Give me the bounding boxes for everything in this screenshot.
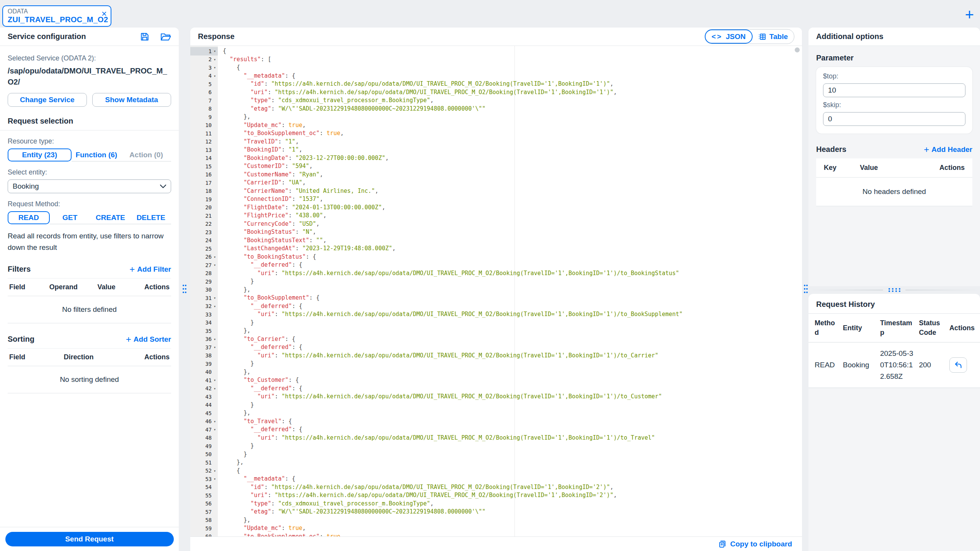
code-line: "to_Customer": { (223, 376, 802, 385)
show-metadata-button[interactable]: Show Metadata (92, 93, 172, 107)
tab-function[interactable]: Function (6) (72, 148, 121, 161)
scrollbar-thumb[interactable] (795, 47, 800, 52)
add-header-label: Add Header (931, 145, 972, 154)
add-tab-button[interactable]: + (965, 7, 974, 22)
code-line: "uri": "https://a4h.kernich.de/sap/opu/o… (223, 269, 802, 278)
gutter-line-number: 10 (190, 121, 218, 130)
fold-toggle-icon[interactable]: ▾ (212, 304, 218, 308)
gutter-line-number: 18 (190, 187, 218, 196)
code-line: } (223, 442, 802, 450)
code-line: "CarrierName": "United Airlines, Inc.", (223, 187, 802, 196)
code-line: "LastChangedAt": "2023-12-29T19:48:08.00… (223, 245, 802, 253)
code-line: "CarrierID": "UA", (223, 179, 802, 187)
gutter-line-number: 49 (190, 442, 218, 450)
history-col-actions: Actions (947, 314, 980, 342)
add-filter-button[interactable]: + Add Filter (129, 265, 171, 274)
fold-toggle-icon[interactable]: ▾ (212, 386, 218, 391)
top-input[interactable] (823, 83, 965, 97)
add-header-button[interactable]: + Add Header (924, 145, 972, 154)
fold-toggle-icon[interactable]: ▾ (212, 337, 218, 341)
gutter-line-number: 34 (190, 319, 218, 327)
save-icon[interactable] (140, 32, 150, 42)
gutter-line-number: 19 (190, 195, 218, 204)
gutter-line-number: 35 (190, 327, 218, 335)
gutter-line-number: 56 (190, 500, 218, 508)
history-timestamp: 2025-05-30T10:56:12.658Z (878, 342, 917, 388)
gutter-line-number: 26▾ (190, 253, 218, 261)
gutter-line-number: 43 (190, 393, 218, 401)
fold-toggle-icon[interactable]: ▾ (212, 469, 218, 473)
fold-toggle-icon[interactable]: ▾ (212, 65, 218, 70)
add-filter-label: Add Filter (137, 265, 171, 274)
entity-select[interactable]: Booking (8, 179, 171, 193)
gutter-line-number: 5 (190, 80, 218, 88)
code-line: "to_BookSupplement": { (223, 294, 802, 302)
gutter-line-number: 3▾ (190, 64, 218, 72)
code-line: "TravelID": "1", (223, 138, 802, 146)
left-panel-resize-handle[interactable] (182, 284, 187, 295)
open-folder-icon[interactable] (160, 32, 171, 41)
code-line: } (223, 450, 802, 459)
plus-icon: + (129, 266, 135, 273)
fold-toggle-icon[interactable]: ▾ (212, 255, 218, 259)
gutter-line-number: 31▾ (190, 294, 218, 302)
close-tab-icon[interactable]: × (101, 10, 107, 18)
fold-toggle-icon[interactable]: ▾ (212, 378, 218, 382)
tab-entity[interactable]: Entity (23) (8, 148, 72, 161)
gutter-line-number: 57 (190, 508, 218, 516)
fold-toggle-icon[interactable]: ▾ (212, 263, 218, 267)
copy-to-clipboard-button[interactable]: Copy to clipboard (718, 540, 792, 549)
gutter-line-number: 46▾ (190, 417, 218, 426)
change-service-button[interactable]: Change Service (8, 93, 87, 107)
service-tab[interactable]: ODATA ZUI_TRAVEL_PROC_M_O2 × (2, 5, 111, 27)
code-line: } (223, 277, 802, 286)
select-entity-label: Select entity: (8, 168, 171, 176)
gutter-line-number: 41▾ (190, 376, 218, 385)
gutter-line-number: 12 (190, 138, 218, 146)
method-read[interactable]: READ (8, 211, 50, 224)
fold-toggle-icon[interactable]: ▾ (212, 57, 218, 62)
add-sorter-button[interactable]: + Add Sorter (126, 335, 171, 344)
method-delete[interactable]: DELETE (131, 211, 171, 224)
service-configuration-title: Service configuration (8, 32, 86, 41)
filters-title: Filters (8, 265, 31, 274)
code-line: "type": "cds_xdmoxui_travel_processor_m.… (223, 500, 802, 508)
code-line: "BookingStatusText": "", (223, 236, 802, 245)
fold-toggle-icon[interactable]: ▾ (212, 74, 218, 78)
right-panel-resize-handle[interactable] (808, 287, 980, 293)
add-sorter-label: Add Sorter (134, 335, 171, 344)
filters-empty-message: No filters defined (8, 296, 171, 323)
code-line: "CustomerID": "594", (223, 162, 802, 171)
fold-toggle-icon[interactable]: ▾ (212, 427, 218, 432)
fold-toggle-icon[interactable]: ▾ (212, 345, 218, 349)
response-editor[interactable]: 1▾2▾3▾4▾56789101112131415161718192021222… (190, 46, 802, 536)
filters-col-actions: Actions (137, 283, 170, 291)
code-icon: <> (712, 33, 722, 41)
skip-input[interactable] (823, 112, 965, 126)
history-method: READ (808, 342, 841, 388)
view-table-button[interactable]: Table (752, 33, 794, 41)
gutter-line-number: 13 (190, 146, 218, 154)
fold-toggle-icon[interactable]: ▾ (212, 49, 218, 53)
fold-toggle-icon[interactable]: ▾ (212, 296, 218, 300)
fold-toggle-icon[interactable]: ▾ (212, 419, 218, 424)
code-line: { (223, 64, 802, 72)
service-tab-type: ODATA (8, 8, 106, 15)
fold-toggle-icon[interactable]: ▾ (212, 477, 218, 481)
code-line: "BookingDate": "2023-12-27T00:00:00.000Z… (223, 154, 802, 163)
history-col-timestamp: Timestamp (878, 314, 917, 342)
request-history-table: Method Entity Timestamp Status Code Acti… (808, 314, 980, 388)
method-get[interactable]: GET (50, 211, 90, 224)
send-request-button[interactable]: Send Request (5, 532, 174, 546)
response-panel-resize-handle[interactable] (803, 284, 808, 295)
code-line: "Update_mc": true, (223, 121, 802, 130)
parameter-card: $top: $skip: (816, 67, 972, 134)
gutter-line-number: 6 (190, 88, 218, 97)
gutter-line-number: 20 (190, 204, 218, 212)
method-create[interactable]: CREATE (90, 211, 131, 224)
view-json-button[interactable]: <> JSON (705, 29, 753, 44)
gutter-line-number: 16 (190, 171, 218, 179)
code-line: }, (223, 458, 802, 467)
gutter-line-number: 42▾ (190, 385, 218, 393)
replay-request-button[interactable] (949, 357, 967, 373)
